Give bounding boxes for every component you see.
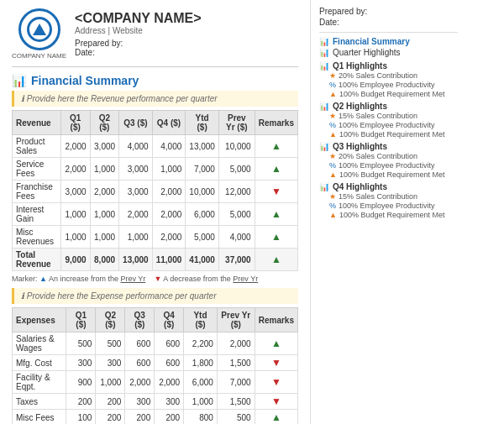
cell-label: Mfg. Cost: [13, 355, 66, 371]
quarter-section-2: 📊Q3 Highlights★20% Sales Contribution%10…: [319, 142, 458, 179]
arrow-up-icon: ▲: [271, 140, 281, 152]
table-row: Misc Revenues 1,000 1,000 1,000 2,000 5,…: [13, 226, 298, 249]
cell-remarks: ▲: [255, 410, 297, 425]
revenue-info-box: ℹ Provide here the Revenue performance p…: [12, 91, 298, 107]
sub-icon: ★: [329, 192, 336, 201]
cell-q3: 3,000: [119, 181, 153, 203]
expense-table-header: Expenses Q1 ($) Q2 ($) Q3 ($) Q4 ($) Ytd…: [13, 308, 298, 332]
cell-prev: 4,000: [218, 226, 255, 249]
col-q4-exp: Q4 ($): [155, 308, 184, 332]
table-row: Total Revenue 9,000 8,000 13,000 11,000 …: [13, 249, 298, 271]
quarter-title-1[interactable]: 📊Q2 Highlights: [319, 102, 458, 111]
quarter-item-0-0: ★20% Sales Contribution: [319, 71, 458, 80]
table-row: Interest Gain 1,000 1,000 2,000 2,000 6,…: [13, 203, 298, 226]
sub-text: 100% Employee Productivity: [339, 81, 435, 89]
quarter-title-3[interactable]: 📊Q4 Highlights: [319, 182, 458, 191]
quarter-title-icon: 📊: [319, 182, 329, 191]
table-row: Franchise Fees 3,000 2,000 3,000 2,000 1…: [13, 181, 298, 203]
cell-remarks: ▼: [255, 394, 297, 410]
cell-ytd: 41,000: [186, 249, 219, 271]
table-row: Salaries & Wages 500 500 600 600 2,200 2…: [13, 332, 298, 355]
sub-icon: %: [329, 161, 336, 170]
arrow-up-icon: ▲: [271, 411, 281, 423]
company-info: <COMPANY NAME> Address | Website Prepare…: [75, 11, 202, 57]
cell-prev: 1,500: [217, 394, 255, 410]
table-row: Service Fees 2,000 1,000 3,000 1,000 7,0…: [13, 158, 298, 181]
revenue-table-header: Revenue Q1 ($) Q2 ($) Q3 ($) Q4 ($) Ytd …: [13, 111, 298, 135]
sub-text: 100% Budget Requirement Met: [339, 211, 445, 219]
col-expenses: Expenses: [13, 308, 66, 332]
quarter-title-0[interactable]: 📊Q1 Highlights: [319, 61, 458, 71]
company-name: <COMPANY NAME>: [75, 11, 202, 26]
cell-q3: 300: [125, 394, 155, 410]
cell-q4: 4,000: [152, 135, 186, 158]
logo: [18, 8, 60, 50]
cell-ytd: 1,000: [184, 394, 218, 410]
cell-q2: 1,000: [90, 158, 119, 181]
chart-icon: 📊: [12, 74, 26, 87]
cell-remarks: ▼: [255, 181, 297, 203]
col-prev: Prev Yr ($): [218, 111, 255, 135]
sub-text: 100% Employee Productivity: [339, 202, 435, 210]
sub-icon: ▲: [329, 211, 337, 219]
col-q2-exp: Q2 ($): [96, 308, 125, 332]
cell-q4: 2,000: [152, 203, 186, 226]
logo-text: COMPANY NAME: [12, 52, 66, 60]
quarter-item-2-2: ▲100% Budget Requirement Met: [319, 170, 458, 179]
marker-up-link: Prev Yr: [121, 275, 146, 283]
arrow-up-icon: ▲: [271, 163, 281, 175]
cell-prev: 5,000: [218, 158, 255, 181]
sub-icon: ★: [329, 112, 336, 120]
sub-text: 100% Employee Productivity: [339, 121, 435, 129]
nav-icon: 📊: [319, 48, 329, 57]
expense-info-icon: ℹ: [21, 291, 24, 301]
cell-remarks: ▼: [255, 371, 297, 394]
cell-ytd: 7,000: [186, 158, 219, 181]
table-row: Facility & Eqpt. 900 1,000 2,000 2,000 6…: [13, 371, 298, 394]
cell-ytd: 10,000: [186, 181, 219, 203]
cell-q1: 100: [66, 410, 96, 425]
sub-icon: %: [329, 121, 336, 129]
sub-icon: ▲: [329, 170, 337, 179]
sub-text: 20% Sales Contribution: [339, 152, 417, 160]
arrow-down-icon: ▼: [271, 376, 281, 388]
cell-q4: 2,000: [152, 226, 186, 249]
cell-q3: 1,000: [119, 226, 153, 249]
quarter-item-1-0: ★15% Sales Contribution: [319, 112, 458, 120]
quarter-item-1-1: %100% Employee Productivity: [319, 121, 458, 129]
quarter-section-1: 📊Q2 Highlights★15% Sales Contribution%10…: [319, 102, 458, 139]
quarter-item-1-2: ▲100% Budget Requirement Met: [319, 130, 458, 139]
cell-q1: 200: [66, 394, 96, 410]
quarter-title-2[interactable]: 📊Q3 Highlights: [319, 142, 458, 151]
marker-label: Marker:: [12, 275, 38, 283]
cell-q2: 1,000: [90, 203, 119, 226]
quarter-title-text: Q2 Highlights: [333, 102, 387, 111]
marker-down-icon: ▼: [154, 275, 161, 283]
cell-label: Franchise Fees: [13, 181, 61, 203]
quarter-item-2-1: %100% Employee Productivity: [319, 161, 458, 170]
cell-prev: 10,000: [218, 135, 255, 158]
quarter-item-2-0: ★20% Sales Contribution: [319, 152, 458, 160]
cell-q3: 13,000: [119, 249, 153, 271]
col-prev-exp: Prev Yr ($): [217, 308, 255, 332]
cell-ytd: 5,000: [186, 226, 219, 249]
cell-q4: 600: [155, 355, 184, 371]
cell-ytd: 6,000: [184, 371, 218, 394]
cell-q4: 2,000: [152, 181, 186, 203]
quarter-title-icon: 📊: [319, 142, 329, 151]
sidebar-nav-item-0[interactable]: 📊Financial Summary: [319, 36, 458, 47]
sub-text: 15% Sales Contribution: [339, 192, 417, 201]
cell-q2: 500: [96, 332, 125, 355]
sidebar-nav-item-1[interactable]: 📊Quarter Highlights: [319, 47, 458, 58]
cell-q1: 9,000: [60, 249, 90, 271]
cell-ytd: 800: [184, 410, 218, 425]
cell-ytd: 6,000: [186, 203, 219, 226]
revenue-info-icon: ℹ: [21, 94, 24, 103]
cell-remarks: ▲: [255, 226, 297, 249]
sub-icon: ★: [329, 152, 336, 160]
quarter-item-3-0: ★15% Sales Contribution: [319, 192, 458, 201]
col-q1: Q1 ($): [60, 111, 90, 135]
arrow-up-icon: ▲: [271, 254, 281, 265]
marker-down-text: A decrease from the: [163, 275, 233, 283]
nav-icon: 📊: [319, 37, 329, 46]
